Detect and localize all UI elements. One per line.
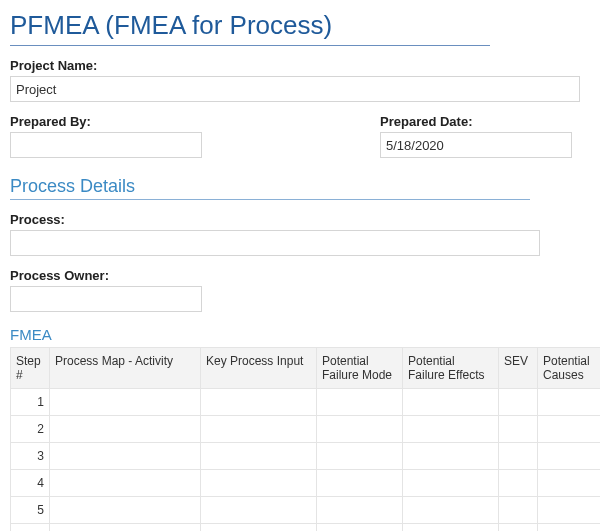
- process-owner-label: Process Owner:: [10, 268, 590, 283]
- page-title: PFMEA (FMEA for Process): [10, 10, 490, 46]
- prepared-date-input[interactable]: [380, 132, 572, 158]
- fmea-table: Step # Process Map - Activity Key Proces…: [10, 347, 600, 531]
- prepared-date-label: Prepared Date:: [380, 114, 572, 129]
- prepared-by-label: Prepared By:: [10, 114, 380, 129]
- step-cell: 6: [11, 524, 50, 532]
- table-row: 3: [11, 443, 601, 470]
- step-cell: 2: [11, 416, 50, 443]
- col-failure-effects: Potential Failure Effects: [403, 348, 499, 389]
- process-details-heading: Process Details: [10, 176, 530, 200]
- project-name-input[interactable]: [10, 76, 580, 102]
- step-cell: 4: [11, 470, 50, 497]
- step-cell: 5: [11, 497, 50, 524]
- table-row: 5: [11, 497, 601, 524]
- table-row: 1: [11, 389, 601, 416]
- step-cell: 1: [11, 389, 50, 416]
- step-cell: 3: [11, 443, 50, 470]
- col-sev: SEV: [499, 348, 538, 389]
- fmea-header-row: Step # Process Map - Activity Key Proces…: [11, 348, 601, 389]
- col-key-input: Key Process Input: [201, 348, 317, 389]
- process-label: Process:: [10, 212, 590, 227]
- col-failure-mode: Potential Failure Mode: [317, 348, 403, 389]
- col-step: Step #: [11, 348, 50, 389]
- fmea-heading: FMEA: [10, 326, 590, 343]
- process-input[interactable]: [10, 230, 540, 256]
- table-row: 2: [11, 416, 601, 443]
- col-causes: Potential Causes: [538, 348, 601, 389]
- process-owner-input[interactable]: [10, 286, 202, 312]
- fmea-body: 1 2 3 4 5 6: [11, 389, 601, 532]
- table-row: 6: [11, 524, 601, 532]
- col-activity: Process Map - Activity: [50, 348, 201, 389]
- table-row: 4: [11, 470, 601, 497]
- project-name-label: Project Name:: [10, 58, 590, 73]
- prepared-by-input[interactable]: [10, 132, 202, 158]
